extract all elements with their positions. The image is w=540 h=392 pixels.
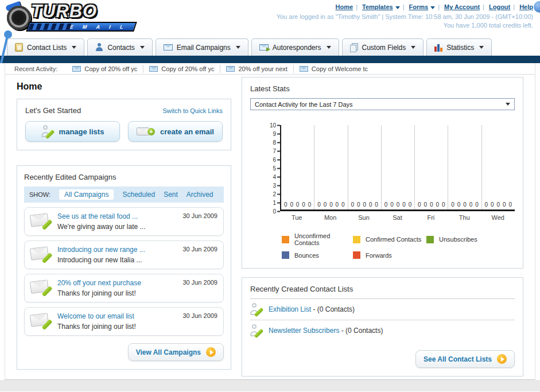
nav-link-my-account[interactable]: My Account: [444, 3, 480, 10]
chart-value-label: 0: [336, 201, 339, 208]
chart-value-label: 0: [363, 201, 366, 208]
chart-y-axis: 012345678910: [265, 125, 280, 211]
campaign-title-link[interactable]: 20% off your next purchase: [57, 279, 141, 287]
contact-list-count: - (0 Contacts): [311, 305, 355, 313]
chart-y-tick: 7: [273, 148, 280, 154]
chart-y-tick: 4: [273, 174, 280, 180]
chart-x-label: Wed: [481, 214, 515, 221]
nav-link-templates[interactable]: Templates: [362, 3, 393, 10]
navy-divider-bar: [0, 56, 540, 63]
legend-label: Unsubscribes: [439, 236, 477, 243]
chart-y-tick: 0: [273, 208, 280, 215]
recent-activity-item[interactable]: Copy of 20% off yc: [67, 65, 143, 73]
tab-custom-fields[interactable]: Custom Fields: [342, 38, 424, 56]
legend-label: Forwards: [366, 252, 392, 259]
chart-y-tick: 2: [273, 191, 280, 197]
chart-day-group: 00000: [381, 125, 414, 209]
recently-created-contact-lists-panel: Recently Created Contact Lists Exhibitio…: [242, 277, 523, 377]
chevron-down-icon: [140, 46, 145, 49]
chart-value-label: 0: [497, 201, 500, 208]
tab-label: Autoresponders: [273, 44, 321, 52]
filter-scheduled[interactable]: Scheduled: [122, 191, 155, 199]
campaign-title-link[interactable]: Welcome to our email list: [57, 312, 136, 320]
campaign-title-link[interactable]: See us at the retail food ...: [57, 212, 145, 220]
nav-link-logout[interactable]: Logout: [489, 3, 510, 10]
login-info: You are logged in as "Timothy Smith" | S…: [277, 13, 533, 30]
legend-label: Unconfirmed Contacts: [294, 232, 353, 246]
envelope-icon: [300, 66, 308, 72]
latest-stats-panel: Latest Stats Contact Activity for the La…: [242, 77, 523, 269]
arrow-right-icon: [497, 354, 507, 364]
chart-value-label: 0: [329, 201, 333, 208]
right-column: Latest Stats Contact Activity for the La…: [242, 77, 523, 377]
contact-list-item[interactable]: Exhibition List - (0 Contacts): [250, 299, 515, 320]
manage-lists-button[interactable]: manage lists: [25, 121, 120, 142]
tab-contacts[interactable]: Contacts: [87, 38, 152, 56]
campaign-item[interactable]: 20% off your next purchase Thanks for jo…: [24, 274, 224, 302]
view-all-campaigns-button[interactable]: View All Campaigns: [128, 343, 224, 361]
nav-link-help[interactable]: Help: [519, 3, 533, 10]
recent-activity-item[interactable]: Copy of 20% off yc: [143, 65, 220, 73]
see-all-contact-lists-button[interactable]: See All Contact Lists: [415, 350, 515, 368]
contact-list-item[interactable]: Newsletter Subscribers - (0 Contacts): [250, 320, 515, 341]
legend-label: Bounces: [294, 252, 319, 259]
chart-plot: 00000000000000000000000000000000000: [280, 125, 515, 211]
filter-all-campaigns[interactable]: All Campaigns: [59, 189, 114, 200]
contact-list-count: - (0 Contacts): [339, 327, 383, 335]
chart-day-group: 00000: [348, 125, 381, 209]
campaign-item[interactable]: Introducing our new range ... Introducin…: [24, 240, 224, 269]
campaign-subtitle: Thanks for joining our list!: [57, 323, 136, 331]
turbo-email-logo: TURBO E M A I L: [6, 2, 143, 33]
main-nav-tabs: Contact Lists Contacts Email Campaigns A…: [0, 36, 540, 56]
chart-x-label: Sat: [380, 214, 414, 221]
chart-value-label: 0: [475, 201, 479, 208]
brand-sub: E M A I L: [26, 22, 137, 32]
chart-value-label: 0: [390, 201, 394, 208]
chart-value-label: 0: [384, 201, 388, 208]
recent-activity-item[interactable]: Copy of Welcome tc: [294, 65, 374, 73]
chart-value-label: 0: [317, 201, 321, 208]
get-started-title: Let's Get Started: [25, 106, 81, 115]
legend-label: Confirmed Contacts: [366, 236, 421, 243]
legend-item: Forwards: [353, 251, 426, 259]
chart-value-label: 0: [357, 201, 360, 208]
bottom-strip: [0, 380, 540, 391]
contact-list-link[interactable]: Newsletter Subscribers: [269, 327, 339, 335]
recently-edited-campaigns-panel: Recently Edited Campaigns SHOW: All Camp…: [17, 165, 231, 370]
chevron-down-icon: [411, 46, 415, 49]
legend-item: Bounces: [282, 251, 353, 259]
chart-value-label: 0: [463, 201, 467, 208]
switch-quick-links-link[interactable]: Switch to Quick Links: [162, 107, 223, 114]
create-email-button[interactable]: + create an email: [128, 121, 223, 142]
statistics-icon: [434, 44, 442, 52]
nav-link-home[interactable]: Home: [336, 3, 353, 10]
contact-lists-panel-title: Recently Created Contact Lists: [250, 285, 515, 293]
campaign-item[interactable]: See us at the retail food ... We're givi…: [24, 207, 224, 236]
campaign-date: 30 Jun 2009: [182, 312, 217, 331]
stats-dropdown[interactable]: Contact Activity for the Last 7 Days: [250, 98, 515, 110]
filter-sent[interactable]: Sent: [164, 191, 178, 199]
campaign-title-link[interactable]: Introducing our new range ...: [57, 246, 145, 254]
chart-day-group: 00000: [481, 125, 515, 209]
nav-link-forms[interactable]: Forms: [409, 3, 429, 10]
chart-value-label: 0: [402, 201, 406, 208]
contact-list-link[interactable]: Exhibition List: [269, 305, 311, 313]
chart-y-tick: 6: [273, 157, 280, 163]
envelope-pencil-icon: [30, 312, 52, 329]
legend-swatch: [282, 251, 289, 259]
filter-archived[interactable]: Archived: [187, 191, 213, 199]
campaign-item[interactable]: Welcome to our email list Thanks for joi…: [24, 307, 224, 336]
tab-label: Email Campaigns: [177, 44, 231, 52]
envelope-pencil-icon: [30, 212, 52, 230]
credits-line: You have 1,000 total credits left.: [277, 21, 533, 30]
tab-statistics[interactable]: Statistics: [426, 38, 492, 56]
tab-autoresponders[interactable]: Autoresponders: [251, 38, 339, 56]
chart-value-label: 0: [469, 201, 473, 208]
recent-activity-item[interactable]: 20% off your next: [220, 65, 293, 73]
legend-item: Confirmed Contacts: [353, 232, 426, 246]
chart-y-tick: 10: [270, 122, 280, 129]
stats-dropdown-value: Contact Activity for the Last 7 Days: [255, 101, 353, 108]
help-ball-icon[interactable]: [534, 1, 540, 13]
tab-contact-lists[interactable]: Contact Lists: [7, 38, 84, 56]
tab-email-campaigns[interactable]: Email Campaigns: [156, 38, 248, 56]
